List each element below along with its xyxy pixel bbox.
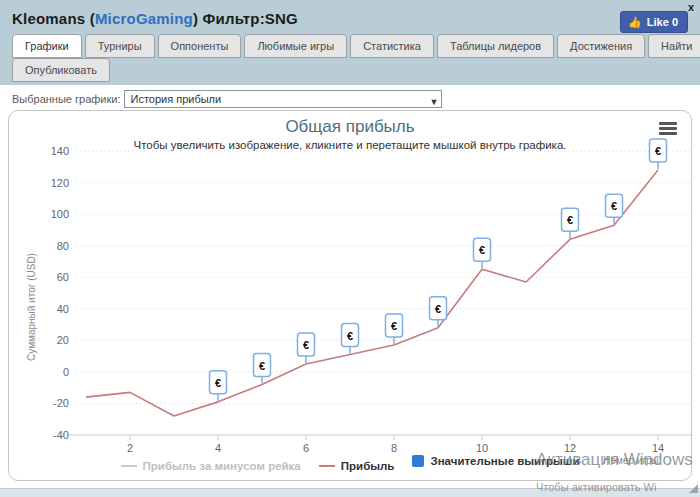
- y-axis-title: Суммарный итог (USD): [26, 253, 37, 361]
- y-tick-label: 20: [57, 334, 69, 346]
- graph-selector-label: Выбранные графики:: [12, 93, 120, 105]
- legend-label: Значительные выигрыши: [430, 455, 579, 467]
- player-name: Kleomans: [12, 10, 85, 27]
- x-tick-label: 10: [476, 442, 488, 454]
- euro-icon: €: [567, 214, 573, 226]
- legend-item[interactable]: Значительные выигрыши: [412, 455, 579, 467]
- tab-bar-row2: Опубликовать: [12, 58, 688, 82]
- y-tick-label: 140: [51, 145, 69, 157]
- x-tick-label: 2: [127, 442, 133, 454]
- tab-оппоненты[interactable]: Оппоненты: [158, 34, 242, 58]
- tab-bar-row1: ГрафикиТурнирыОппонентыЛюбимые игрыСтати…: [12, 34, 688, 58]
- legend-line-icon: [121, 465, 137, 467]
- tab-графики[interactable]: Графики: [12, 34, 82, 58]
- y-tick-label: 100: [51, 208, 69, 220]
- chart-panel: Общая прибыль Чтобы увеличить изображени…: [8, 110, 692, 481]
- tab-достижения[interactable]: Достижения: [557, 34, 645, 58]
- euro-icon: €: [303, 339, 309, 351]
- facebook-like-button[interactable]: 👍 Like 0: [620, 11, 688, 33]
- legend-line-icon: [319, 465, 335, 467]
- chart-legend: Прибыль за минусом рейкаПрибыльЗначитель…: [9, 455, 691, 472]
- profit-line: [86, 170, 658, 416]
- profit-chart[interactable]: 140120100806040200-20-402468101214Суммар…: [9, 111, 691, 480]
- like-label: Like 0: [647, 16, 678, 28]
- euro-icon: €: [655, 145, 661, 157]
- close-icon[interactable]: x: [688, 1, 694, 14]
- euro-icon: €: [391, 320, 397, 332]
- sharkscope-widget: x Kleomans (MicroGaming) Фильтр:SNG 👍 Li…: [0, 0, 700, 489]
- header: x Kleomans (MicroGaming) Фильтр:SNG 👍 Li…: [0, 0, 700, 85]
- legend-item[interactable]: Прибыль: [319, 460, 395, 472]
- euro-icon: €: [259, 360, 265, 372]
- x-tick-label: 14: [652, 442, 664, 454]
- x-tick-label: 8: [391, 442, 397, 454]
- euro-icon: €: [611, 200, 617, 212]
- y-tick-label: 40: [57, 303, 69, 315]
- resize-grip-icon: [689, 484, 698, 493]
- selected-option: История прибыли: [130, 93, 221, 105]
- graph-selector-row: Выбранные графики: История прибыли ▼: [0, 85, 700, 107]
- y-tick-label: 60: [57, 271, 69, 283]
- tab-статистика[interactable]: Статистика: [350, 34, 434, 58]
- x-tick-label: 6: [303, 442, 309, 454]
- y-tick-label: -20: [53, 397, 69, 409]
- page-title: Kleomans (MicroGaming) Фильтр:SNG: [12, 10, 688, 27]
- legend-square-icon: [412, 455, 424, 467]
- filter-text: Фильтр:SNG: [203, 10, 298, 27]
- euro-icon: €: [347, 330, 353, 342]
- legend-label: Прибыль: [341, 460, 395, 472]
- x-tick-label: 4: [215, 442, 221, 454]
- tab-любимые-игры[interactable]: Любимые игры: [244, 34, 347, 58]
- legend-item[interactable]: Прибыль за минусом рейка: [121, 460, 301, 472]
- tab-турниры[interactable]: Турниры: [85, 34, 155, 58]
- network-link[interactable]: MicroGaming: [95, 10, 193, 27]
- tab-найти[interactable]: Найти: [648, 34, 700, 58]
- page: x Kleomans (MicroGaming) Фильтр:SNG 👍 Li…: [0, 0, 700, 497]
- tab-опубликовать[interactable]: Опубликовать: [12, 58, 110, 82]
- thumbs-up-icon: 👍: [628, 17, 642, 28]
- chevron-down-icon: ▼: [430, 94, 439, 110]
- euro-icon: €: [479, 244, 485, 256]
- graph-select-dropdown[interactable]: История прибыли ▼: [124, 90, 442, 108]
- x-tick-label: 12: [564, 442, 576, 454]
- legend-label: Прибыль за минусом рейка: [143, 460, 301, 472]
- euro-icon: €: [215, 377, 221, 389]
- tab-таблицы-лидеров[interactable]: Таблицы лидеров: [437, 34, 554, 58]
- y-tick-label: 0: [63, 366, 69, 378]
- y-tick-label: 80: [57, 240, 69, 252]
- euro-icon: €: [435, 303, 441, 315]
- y-tick-label: -40: [53, 429, 69, 441]
- y-tick-label: 120: [51, 177, 69, 189]
